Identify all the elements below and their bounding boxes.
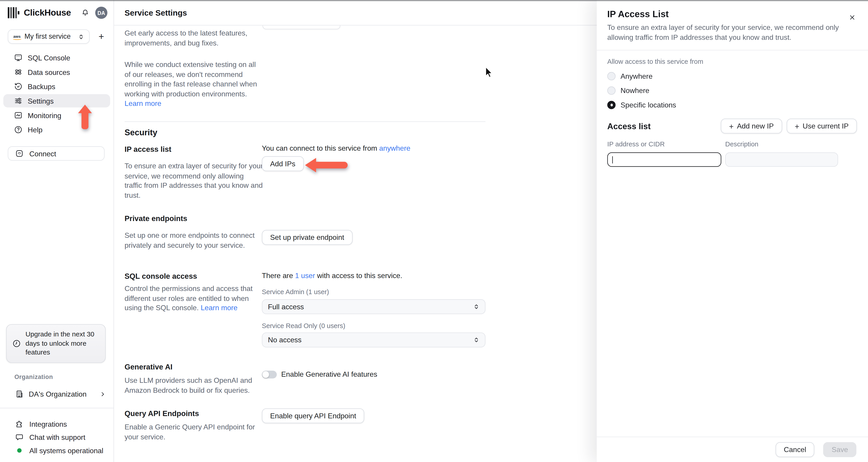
sidebar-footer: Integrations Chat with support All syste… <box>0 408 114 462</box>
service-readonly-select[interactable]: No access <box>262 333 485 347</box>
connect-icon <box>15 149 24 158</box>
use-current-ip-button[interactable]: +Use current IP <box>786 119 857 134</box>
radio-option-nowhere[interactable]: Nowhere <box>608 86 857 95</box>
private-endpoints-title: Private endpoints <box>125 214 187 223</box>
chevron-up-down-icon <box>473 337 479 343</box>
sql-console-access-title: SQL console access <box>125 272 197 280</box>
setup-private-endpoint-button[interactable]: Set up private endpoint <box>262 230 352 245</box>
learn-more-link[interactable]: Learn more <box>125 99 161 108</box>
chevron-right-icon <box>100 391 106 397</box>
description-label: Description <box>725 140 838 148</box>
sidebar-item-label: Monitoring <box>28 111 61 119</box>
radio-option-anywhere[interactable]: Anywhere <box>608 71 857 80</box>
panel-footer: Cancel Save <box>597 437 868 462</box>
one-user-link[interactable]: 1 user <box>295 271 315 280</box>
add-new-ip-button[interactable]: +Add new IP <box>721 119 782 134</box>
generative-ai-toggle[interactable] <box>262 370 277 378</box>
sidebar-item-monitoring[interactable]: Monitoring <box>3 109 110 122</box>
data-sources-icon <box>14 68 23 77</box>
ip-access-list-panel: IP Access List To ensure an extra layer … <box>597 0 868 462</box>
service-admin-value: Full access <box>268 302 304 311</box>
service-admin-label: Service Admin (1 user) <box>262 288 329 296</box>
query-api-title: Query API Endpoints <box>125 409 199 418</box>
ip-access-status: You can connect to this service from any… <box>262 144 410 152</box>
sidebar-item-label: Help <box>28 125 42 134</box>
ip-cidr-label: IP address or CIDR <box>608 140 721 148</box>
connect-label: Connect <box>29 149 56 158</box>
sql-console-users-status: There are 1 user with access to this ser… <box>262 271 402 280</box>
integrations-link[interactable]: Integrations <box>8 417 105 431</box>
sidebar-item-sql-console[interactable]: SQL Console <box>3 51 110 64</box>
system-status-label: All systems operational <box>29 446 103 455</box>
plus-icon: + <box>729 122 734 131</box>
sidebar-item-backups[interactable]: Backups <box>3 80 110 93</box>
sql-learn-more-link[interactable]: Learn more <box>201 304 238 312</box>
allow-access-label: Allow access to this service from <box>608 58 857 65</box>
add-service-button[interactable]: + <box>98 32 104 41</box>
notifications-bell-icon[interactable] <box>79 6 91 19</box>
close-icon[interactable] <box>847 12 857 22</box>
radio-icon[interactable] <box>608 72 616 80</box>
upgrade-notice[interactable]: Upgrade in the next 30 days to unlock mo… <box>6 324 106 363</box>
aws-provider-icon: aws <box>13 34 21 38</box>
sidebar-item-settings[interactable]: Settings <box>3 94 110 108</box>
users-status-prefix: There are <box>262 271 295 280</box>
sidebar-item-label: Data sources <box>28 68 70 76</box>
radio-label: Nowhere <box>620 86 649 94</box>
system-status-row[interactable]: All systems operational <box>8 444 105 457</box>
window-top-shadow <box>0 0 868 2</box>
status-green-dot <box>17 448 22 453</box>
chat-support-label: Chat with support <box>29 433 86 441</box>
add-new-ip-label: Add new IP <box>737 122 774 130</box>
backups-history-icon <box>14 82 23 91</box>
clock-icon <box>12 339 21 348</box>
access-list-heading: Access list <box>608 121 651 131</box>
sql-console-icon <box>14 53 23 62</box>
ip-access-list-desc: To ensure an extra layer of security for… <box>125 161 263 200</box>
sidebar-item-label: SQL Console <box>28 53 70 62</box>
sidebar-item-label: Backups <box>28 82 55 91</box>
sidebar-item-help[interactable]: Help <box>3 123 110 137</box>
service-readonly-label: Service Read Only (0 users) <box>262 322 345 330</box>
clickhouse-cloud-app: ClickHouse DA aws My first service + <box>0 0 868 462</box>
red-arrow-up-annotation <box>78 104 92 129</box>
generative-ai-desc: Use LLM providers such as OpenAI and Ama… <box>125 376 263 395</box>
panel-header: IP Access List To ensure an extra layer … <box>597 0 868 51</box>
ip-access-status-text: You can connect to this service from <box>262 144 379 152</box>
cancel-button[interactable]: Cancel <box>776 442 815 457</box>
enable-query-api-button[interactable]: Enable query API Endpoint <box>262 408 364 423</box>
chevron-up-down-icon <box>473 304 479 310</box>
avatar[interactable]: DA <box>95 6 107 19</box>
radio-icon[interactable] <box>608 86 616 94</box>
radio-icon-selected[interactable] <box>608 100 616 109</box>
organization-name: DA's Organization <box>29 390 87 398</box>
organization-row[interactable]: DA's Organization <box>8 387 105 401</box>
sidebar-item-data-sources[interactable]: Data sources <box>3 65 110 79</box>
generative-ai-toggle-row: Enable Generative AI features <box>262 370 377 378</box>
use-current-ip-label: Use current IP <box>803 122 848 130</box>
service-admin-select[interactable]: Full access <box>262 299 485 314</box>
fast-release-text: While we conduct extensive testing on al… <box>125 60 257 98</box>
anywhere-link[interactable]: anywhere <box>379 144 410 152</box>
clickhouse-logo-icon <box>8 7 19 18</box>
save-button[interactable]: Save <box>824 442 857 457</box>
chevron-up-down-icon <box>78 33 84 39</box>
ip-access-list-title: IP access list <box>125 145 171 154</box>
users-status-suffix: with access to this service. <box>315 271 402 280</box>
connect-button[interactable]: Connect <box>8 146 105 161</box>
service-selector[interactable]: aws My first service <box>8 29 90 44</box>
add-ips-button[interactable]: Add IPs <box>262 156 304 171</box>
chat-support-link[interactable]: Chat with support <box>8 431 105 444</box>
description-input[interactable] <box>725 152 838 167</box>
radio-label: Specific locations <box>620 100 676 109</box>
radio-option-specific-locations[interactable]: Specific locations <box>608 100 857 109</box>
upgrade-notice-text: Upgrade in the next 30 days to unlock mo… <box>26 330 100 357</box>
service-name: My first service <box>24 33 70 40</box>
sql-console-access-desc: Control the permissions and access that … <box>125 284 263 313</box>
text-caret <box>612 156 613 163</box>
red-arrow-left-annotation <box>305 157 348 173</box>
release-channel-select-partial[interactable] <box>262 26 340 29</box>
ip-cidr-input[interactable] <box>608 152 721 167</box>
sidebar-item-label: Settings <box>28 96 54 105</box>
puzzle-icon <box>15 420 24 428</box>
